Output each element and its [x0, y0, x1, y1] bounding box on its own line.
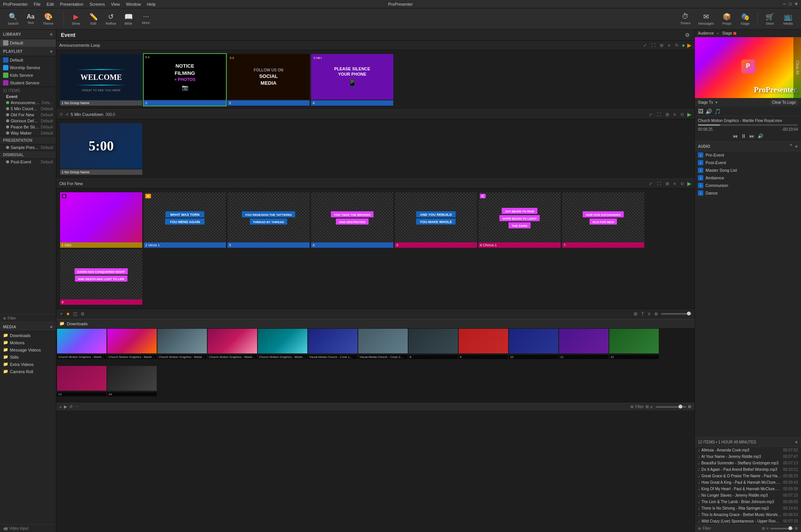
- maximize-button[interactable]: □: [789, 2, 791, 6]
- list-view-btn[interactable]: ≡: [647, 310, 651, 317]
- ofn-play-icon[interactable]: ▶: [687, 180, 691, 187]
- media-stills-item[interactable]: 📁 Stills: [0, 353, 56, 361]
- countdown-slide-1[interactable]: 5:00 1 No Group Name: [59, 122, 143, 176]
- music-list-btn[interactable]: ≡: [766, 526, 769, 530]
- ann-expand-icon[interactable]: ⤢: [642, 43, 648, 48]
- filter-btn[interactable]: ⊕: [653, 310, 659, 317]
- media-play-btn[interactable]: ▶: [64, 404, 67, 409]
- cd-fullscreen-icon[interactable]: ⛶: [656, 112, 662, 117]
- play-pause-button[interactable]: ⏸: [741, 133, 746, 139]
- playlist-kids-service[interactable]: Kids Service: [0, 71, 56, 79]
- music-item-6[interactable]: ♩ How Great A King - Paul & Hannah McClu…: [695, 479, 801, 486]
- music-settings-btn[interactable]: ⚙: [795, 526, 798, 530]
- media-thumb-11[interactable]: 11: [559, 329, 609, 359]
- audio-ambience[interactable]: ♪ Ambience: [695, 174, 801, 182]
- ofn-slide-5[interactable]: AND YOU REBUILD YOU MAKE WHOLE 5: [394, 192, 478, 249]
- music-item-9[interactable]: ♩ The Lion & The Lamb - Brian Johnson.mp…: [695, 499, 801, 505]
- transition-btn[interactable]: ◫: [72, 310, 78, 317]
- edit-button[interactable]: ✏️ Edit: [85, 11, 102, 27]
- grid-view-btn[interactable]: ⊞: [633, 310, 638, 317]
- music-item-8[interactable]: ♩ No Longer Slaves - Jeremy Riddle.mp3 0…: [695, 492, 801, 499]
- ofn-slide-6[interactable]: C JOY BEGIN TO RISE HOPE BEGIN TO LIGHT …: [478, 192, 561, 249]
- clear-to-logo-button[interactable]: Clear To Logo: [770, 100, 798, 105]
- media-thumb-1[interactable]: Church Motion Graphics - Marble Fl...: [57, 329, 106, 359]
- post-event-item[interactable]: Post-Event Default: [0, 159, 56, 165]
- cd-list-icon[interactable]: ≡: [672, 112, 677, 117]
- stage-button[interactable]: 🎭 Stage: [737, 11, 753, 27]
- announcements-loop-item[interactable]: Announcements Loop Defa...: [0, 100, 56, 106]
- media-thumb-9[interactable]: 9: [459, 329, 508, 359]
- ofn-slide-2[interactable]: A WHAT WAS TORN YOU MEND AGAIN 2 Verse 1: [143, 192, 227, 249]
- media-extra-videos-item[interactable]: 📁 Extra Videos: [0, 361, 56, 368]
- music-grid-btn[interactable]: ⊞: [762, 526, 765, 530]
- media-add-button[interactable]: +: [50, 324, 53, 330]
- music-item-7[interactable]: ♩ King Of My Heart - Paul & Hannah McClu…: [695, 486, 801, 492]
- ann-orange-icon[interactable]: ▶: [687, 42, 691, 48]
- music-item-12[interactable]: ♩ Wild Crazy (Live) Spontaneous - Upper …: [695, 518, 801, 524]
- cd-expand-icon[interactable]: ⤢: [648, 112, 653, 117]
- media-thumb-7[interactable]: Visual Media Church - Cosis 2...: [358, 329, 408, 359]
- event-settings-icon[interactable]: ⚙: [685, 32, 690, 38]
- minimize-button[interactable]: ─: [783, 2, 786, 6]
- media-thumb-12[interactable]: 12: [609, 329, 659, 359]
- audio-post-event[interactable]: ♪ Post-Event: [695, 159, 801, 166]
- theme-button[interactable]: 🎨 Theme: [40, 11, 57, 27]
- prev-bg-icon[interactable]: 🖼: [698, 108, 703, 114]
- playlist-default[interactable]: Default: [0, 56, 56, 64]
- audio-communion[interactable]: ♪ Communion: [695, 182, 801, 189]
- reflow-button[interactable]: ↺ Reflow: [103, 11, 119, 27]
- ann-list-icon[interactable]: ≡: [667, 43, 671, 48]
- audio-dance[interactable]: ♪ Dance: [695, 189, 801, 197]
- ofn-slide-7[interactable]: OUR GOD EXCHANGES OLD FOR NEW 7: [561, 192, 645, 249]
- clear-all-btn[interactable]: Clear All: [795, 60, 799, 74]
- cd-loop-icon[interactable]: ⊙: [679, 112, 685, 117]
- text-button[interactable]: Aa Text: [22, 12, 39, 26]
- old-for-new-item[interactable]: Old For New Default: [0, 112, 56, 118]
- ofn-fullscreen-icon[interactable]: ⛶: [656, 181, 662, 186]
- messages-button[interactable]: ✉ Messages: [695, 11, 717, 27]
- group-btn[interactable]: ■: [66, 310, 70, 317]
- store-button[interactable]: 🛒 Store: [761, 11, 778, 27]
- ofn-slide-8[interactable]: DAWN HAS CONQUERED NIGHT AND DEATH HAS L…: [59, 249, 143, 306]
- cd-grid-icon[interactable]: ⊞: [664, 112, 670, 117]
- media-list-btn[interactable]: ≡: [650, 405, 653, 409]
- menu-view[interactable]: View: [111, 2, 120, 6]
- ann-slide-4[interactable]: 5.0⊕† PLEASE SILENCEYOUR PHONE 📱 4: [310, 53, 394, 106]
- show-button[interactable]: ▶ Show: [68, 11, 84, 27]
- close-button[interactable]: ✕: [795, 2, 798, 6]
- media-thumb-2[interactable]: Church Motion Graphics - Marble Fl...: [107, 329, 157, 359]
- playlist-add-button[interactable]: +: [50, 48, 53, 54]
- ann-slide-3[interactable]: 5.0 FOLLOW US ON SOCIAL MEDIA 3: [227, 53, 310, 106]
- media-zoom-slider[interactable]: [656, 406, 686, 408]
- media-camera-roll-item[interactable]: 📁 Camera Roll: [0, 368, 56, 375]
- playlist-student-service[interactable]: Student Service: [0, 79, 56, 87]
- music-item-11[interactable]: ♩ This Is Amazing Grace - Bethel Music W…: [695, 511, 801, 518]
- audio-add-button[interactable]: +: [795, 143, 798, 149]
- media-grid-btn[interactable]: ⊞: [645, 404, 649, 409]
- media-thumb-8[interactable]: 8: [408, 329, 458, 359]
- bible-button[interactable]: 📖 Bible: [120, 11, 137, 27]
- music-item-5[interactable]: ♩ Great Grace & O Praise The Name - Paul…: [695, 473, 801, 479]
- peace-be-still-item[interactable]: Peace Be Still Default Default: [0, 124, 56, 130]
- audience-button[interactable]: Audience: [698, 31, 714, 35]
- media-thumb-10[interactable]: 10: [509, 329, 558, 359]
- rewind-button[interactable]: ⏮: [733, 133, 738, 139]
- library-add-button[interactable]: +: [50, 31, 53, 37]
- ann-slide-1[interactable]: WELCOME GREAT TO SEE YOU HERE 1 No Group…: [59, 53, 143, 106]
- music-item-3[interactable]: ♩ Beautiful Surrender - Steffany Gretzin…: [695, 460, 801, 466]
- props-button[interactable]: 📦 Props: [718, 11, 735, 27]
- fast-forward-button[interactable]: ⏭: [749, 133, 755, 139]
- media-loop-btn[interactable]: ↺: [69, 404, 73, 409]
- menu-help[interactable]: Help: [147, 2, 156, 6]
- music-filter-icon[interactable]: ⊕: [698, 526, 701, 530]
- media-toolbar-button[interactable]: 📺 Media: [780, 11, 796, 27]
- menu-window[interactable]: Window: [126, 2, 141, 6]
- progress-bar-container[interactable]: [698, 124, 798, 126]
- duplicate-btn[interactable]: ⧉: [80, 310, 85, 317]
- music-item-4[interactable]: ♩ Do It Again - Paul Arend Bethel Worshi…: [695, 466, 801, 473]
- media-downloads-item[interactable]: 📁 Downloads: [0, 332, 56, 339]
- audio-pre-event[interactable]: ♪ Pre-Event: [695, 151, 801, 159]
- library-default-item[interactable]: Default: [0, 39, 56, 47]
- media-add-btn[interactable]: +: [59, 405, 62, 409]
- playlist-worship-service[interactable]: Worship Service: [0, 64, 56, 71]
